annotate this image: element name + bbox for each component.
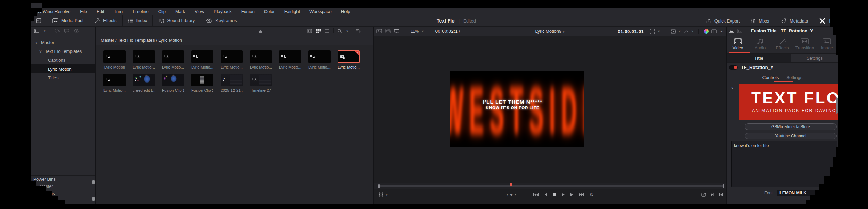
chevron-down-icon[interactable]: ∨ <box>34 41 39 44</box>
viewer-scrubber[interactable] <box>374 183 726 189</box>
unlink-clips-icon[interactable] <box>54 29 60 33</box>
clip-2025-12-21[interactable]: ♪ 2025-12-21 ... <box>221 74 243 92</box>
tab-effects[interactable]: Effects <box>771 35 793 53</box>
list-view-icon[interactable] <box>325 29 329 33</box>
menu-fusion[interactable]: Fusion <box>237 9 259 14</box>
clip-creed-edit[interactable]: ♪ creed edit t... <box>133 74 155 92</box>
menu-timeline[interactable]: Timeline <box>127 9 154 14</box>
previous-edit-button[interactable] <box>719 193 723 197</box>
stop-button[interactable] <box>552 193 556 196</box>
viewer-record-timecode[interactable]: 01:00:01:01 <box>618 29 644 34</box>
metadata-view-icon[interactable] <box>307 29 312 33</box>
menu-help[interactable]: Help <box>336 9 355 14</box>
clip-fusion-clip-2[interactable]: Fusion Clip 2 <box>191 74 213 92</box>
next-edit-button[interactable] <box>710 193 714 197</box>
clip-lyric-motion-6[interactable]: Lyric Motio... <box>250 50 272 69</box>
clip-lyric-motion-2[interactable]: Lyric Motio... <box>133 50 155 69</box>
step-forward-button[interactable] <box>570 193 574 197</box>
more-options-icon[interactable]: ⋯ <box>365 28 369 33</box>
scrubber-start-handle[interactable] <box>378 184 380 188</box>
clip-lyric-motion-7[interactable]: Lyric Motio... <box>279 50 301 69</box>
layer-enable-toggle[interactable] <box>729 65 738 70</box>
scrollbar-thumb[interactable] <box>92 197 95 201</box>
thumbnail-view-icon[interactable] <box>316 29 321 33</box>
clip-lyric-motion-5[interactable]: Lyric Motio... <box>221 50 243 69</box>
menu-mark[interactable]: Mark <box>171 9 190 14</box>
chevron-down-icon[interactable]: ∨ <box>658 30 660 33</box>
bin-row-captions[interactable]: Captions <box>31 56 95 64</box>
collapse-chevron-icon[interactable]: ∨ <box>731 86 734 90</box>
panel-toggle-icon[interactable] <box>34 29 39 33</box>
subtab-title[interactable]: Title <box>727 54 791 62</box>
mixer-button[interactable]: Mixer <box>745 15 775 27</box>
loop-playback-button[interactable]: ↻ <box>590 192 594 198</box>
chevron-down-icon[interactable]: ∨ <box>38 49 43 53</box>
bin-row-lyric-motion[interactable]: Lyric Motion <box>31 64 95 73</box>
menu-view[interactable]: View <box>190 9 209 14</box>
go-to-last-frame-button[interactable] <box>579 193 584 197</box>
scrubber-track[interactable] <box>379 185 724 187</box>
clip-timeline-27[interactable]: Timeline 27 <box>250 74 272 92</box>
go-to-first-frame-button[interactable] <box>533 193 539 197</box>
tab-audio[interactable]: Audio <box>749 35 771 53</box>
keyframes-button[interactable]: Keyframes <box>200 15 242 26</box>
clip-lyric-motion-10[interactable]: Lyric Motio... <box>103 74 126 92</box>
play-button[interactable] <box>561 193 565 197</box>
clip-fusion-clip-1[interactable]: Fusion Clip 1 <box>162 74 184 92</box>
chevron-down-icon[interactable]: ∨ <box>346 29 348 33</box>
color-wheel-icon[interactable] <box>704 29 709 34</box>
menu-edit[interactable]: Edit <box>92 9 109 14</box>
metadata-button[interactable]: Metadata <box>775 15 814 27</box>
quick-export-button[interactable]: Quick Export <box>701 15 745 27</box>
menu-workspace[interactable]: Workspace <box>305 9 336 14</box>
youtube-channel-button[interactable]: Youtube Channel <box>745 133 837 139</box>
subtab-settings[interactable]: Settings <box>791 54 838 62</box>
bin-row-titles[interactable]: Titles <box>31 73 95 82</box>
menu-playback[interactable]: Playback <box>209 9 237 14</box>
power-bins-header[interactable]: Power Bins <box>31 176 95 183</box>
split-screen-icon[interactable] <box>711 29 717 33</box>
clip-lyric-motion[interactable]: Lyric Motion <box>103 50 126 69</box>
scrollbar-thumb[interactable] <box>92 180 95 184</box>
menu-color[interactable]: Color <box>259 9 279 14</box>
flag-comment-icon[interactable] <box>64 29 69 33</box>
search-icon[interactable] <box>337 29 342 33</box>
match-frame-button[interactable] <box>701 193 706 197</box>
playhead[interactable] <box>510 183 512 186</box>
proxy-quality-icon[interactable] <box>671 29 676 34</box>
chevron-down-icon[interactable]: ∨ <box>44 29 46 32</box>
cloud-sync-icon[interactable] <box>74 29 79 33</box>
jog-control[interactable]: ‹ ● › <box>507 192 516 197</box>
menu-clip[interactable]: Clip <box>154 9 171 14</box>
sort-order-icon[interactable] <box>356 29 361 33</box>
breadcrumb[interactable]: Master / Text Flo Templates / Lyric Moti… <box>96 35 373 45</box>
media-pool-button[interactable]: Media Pool <box>47 15 89 26</box>
clip-lyric-motion-3[interactable]: Lyric Motio... <box>162 50 184 69</box>
clip-lyric-motion-4[interactable]: Lyric Motio... <box>191 50 213 69</box>
tab-video[interactable]: Video <box>727 35 749 53</box>
more-options-icon[interactable]: ⋯ <box>719 29 724 34</box>
tab-image[interactable]: Image <box>816 35 838 53</box>
bin-row-master[interactable]: ∨ Master <box>31 38 95 47</box>
clip-lyric-motion-8[interactable]: Lyric Motio... <box>308 50 331 69</box>
thumbnail-size-slider[interactable] <box>259 30 300 33</box>
effects-button[interactable]: Effects <box>89 15 122 26</box>
clip-lyric-motion-9-selected[interactable]: ✓ Lyric Motio... <box>338 50 360 69</box>
inspector-scrollbar-thumb[interactable] <box>836 97 838 114</box>
tab-transition[interactable]: Transition <box>793 35 816 53</box>
store-link-button[interactable]: GSMixedmeida.Store <box>745 123 837 130</box>
effects-wand-icon[interactable] <box>684 29 688 34</box>
transform-crop-icon[interactable] <box>650 29 655 34</box>
tab-controls[interactable]: Controls <box>762 75 779 80</box>
chevron-down-icon[interactable]: ∨ <box>691 30 693 33</box>
menu-file[interactable]: File <box>75 9 92 14</box>
tab-controls-settings[interactable]: Settings <box>786 75 802 80</box>
sound-library-button[interactable]: Sound Library <box>153 15 200 26</box>
scrubber-end-handle[interactable] <box>723 184 724 188</box>
menu-fairlight[interactable]: Fairlight <box>279 9 305 14</box>
lyric-text-input[interactable]: know it's on for life <box>731 141 837 187</box>
bin-row-text-flo-templates[interactable]: ∨ Text Flo Templates <box>31 47 95 56</box>
viewer-canvas[interactable]: WESTSIDE I'LL LET THEM N***** KNOW IT'S … <box>374 36 726 183</box>
step-back-button[interactable] <box>544 193 547 197</box>
chevron-down-icon[interactable]: ∨ <box>679 30 681 33</box>
